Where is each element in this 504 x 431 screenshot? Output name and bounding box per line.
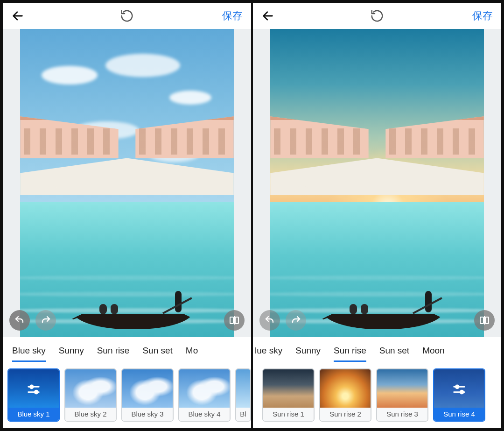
svg-rect-2 [235,317,238,324]
preset-label: Sun rise 1 [263,408,314,421]
image-canvas[interactable] [3,29,251,337]
back-arrow-icon [261,9,274,22]
svg-point-13 [455,385,459,389]
gondola [322,301,444,329]
tab-blue-sky-partial[interactable]: lue sky [255,346,282,362]
editor-pane-left: 保存 [3,3,251,428]
preset-blue-sky-1[interactable]: Blue sky 1 [7,368,60,422]
svg-rect-9 [480,317,483,324]
edited-image [20,29,234,337]
preset-label: Blue sky 2 [65,408,116,421]
edited-image [270,29,484,337]
compare-split-icon [229,315,240,326]
preset-thumbnails: Sun rise 1 Sun rise 2 Sun rise 3 Sun ris… [253,365,501,428]
compare-button[interactable] [224,310,245,331]
preset-blue-sky-5-partial[interactable]: Bl [235,368,251,422]
tab-sun-set[interactable]: Sun set [142,346,172,362]
image-canvas[interactable] [253,29,501,337]
redo-icon [290,315,301,326]
preset-label: Sun rise 4 [434,408,484,421]
gondola [72,301,194,329]
preset-sun-rise-4[interactable]: Sun rise 4 [433,368,485,422]
preset-label: Blue sky 4 [179,408,230,421]
tab-sunny[interactable]: Sunny [59,346,84,362]
category-tabs: Blue sky Sunny Sun rise Sun set Mo [3,337,251,365]
back-arrow-icon [11,9,24,22]
svg-point-15 [460,390,463,394]
reset-button[interactable] [120,9,134,23]
editor-pane-right: 保存 lue sky Sun [253,3,501,428]
redo-icon [40,315,51,326]
tab-moon[interactable]: Moon [422,346,445,362]
svg-rect-10 [485,317,489,324]
save-button[interactable]: 保存 [222,9,243,23]
undo-icon [14,315,25,326]
reset-button[interactable] [370,9,384,23]
preset-thumbnail-image [122,369,173,408]
undo-button[interactable] [259,310,280,331]
undo-icon [264,315,275,326]
svg-point-5 [30,385,33,389]
preset-thumbnail-image [263,369,314,408]
sliders-icon [451,382,467,397]
tab-sun-set[interactable]: Sun set [379,346,409,362]
redo-button[interactable] [286,310,306,331]
compare-split-icon [479,315,490,326]
preset-thumbnails: Blue sky 1 Blue sky 2 Blue sky 3 Blue sk… [3,365,251,428]
preset-thumbnail-image [320,369,371,408]
back-button[interactable] [11,9,24,22]
preset-sun-rise-1[interactable]: Sun rise 1 [262,368,315,422]
undo-history-icon [120,9,134,23]
category-tabs: lue sky Sunny Sun rise Sun set Moon [253,337,501,365]
preset-label: Bl [236,408,250,421]
preset-sun-rise-3[interactable]: Sun rise 3 [376,368,428,422]
preset-thumbnail-image [377,369,427,408]
svg-point-7 [35,390,38,394]
preset-label: Blue sky 1 [8,408,59,421]
tab-moon-partial[interactable]: Mo [186,346,198,362]
top-bar: 保存 [253,3,501,29]
preset-label: Blue sky 3 [122,408,173,421]
redo-button[interactable] [35,310,56,331]
preset-thumbnail-image [179,369,230,408]
svg-rect-1 [230,317,233,324]
tab-sun-rise[interactable]: Sun rise [97,346,130,362]
undo-history-icon [370,9,384,23]
preset-label: Sun rise 3 [377,408,427,421]
top-bar: 保存 [3,3,251,29]
tab-sun-rise[interactable]: Sun rise [334,346,366,362]
sliders-icon [26,382,42,397]
preset-label: Sun rise 2 [320,408,371,421]
preset-thumbnail-image [65,369,116,408]
preset-blue-sky-4[interactable]: Blue sky 4 [178,368,231,422]
preset-thumbnail-image [236,369,250,408]
preset-blue-sky-3[interactable]: Blue sky 3 [121,368,174,422]
compare-button[interactable] [474,310,495,331]
tab-sunny[interactable]: Sunny [295,346,321,362]
preset-sun-rise-2[interactable]: Sun rise 2 [319,368,371,422]
preset-blue-sky-2[interactable]: Blue sky 2 [64,368,117,422]
undo-button[interactable] [9,310,30,331]
tab-blue-sky[interactable]: Blue sky [12,346,46,362]
save-button[interactable]: 保存 [472,9,493,23]
back-button[interactable] [261,9,274,22]
